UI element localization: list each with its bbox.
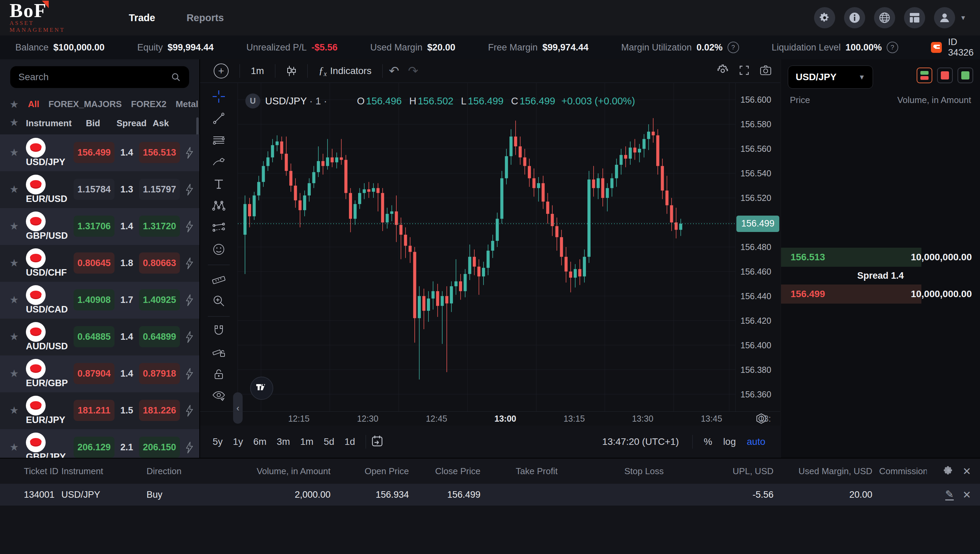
column-spread[interactable]: Spread: [116, 118, 146, 129]
positions-column-take-profit[interactable]: Take Profit: [484, 466, 590, 477]
ask-button[interactable]: 1.40925: [139, 289, 180, 310]
quick-trade-icon[interactable]: [185, 147, 194, 160]
snapshot-button[interactable]: [760, 65, 772, 77]
positions-column-direction[interactable]: Direction: [143, 466, 221, 477]
quick-trade-icon[interactable]: [185, 441, 194, 455]
watchlist-row-eur-usd[interactable]: ★EUR/USD1.157841.31.15797: [0, 171, 199, 208]
star-icon[interactable]: ★: [10, 221, 19, 231]
bid-button[interactable]: 0.80645: [73, 252, 115, 274]
star-icon[interactable]: ★: [10, 369, 19, 378]
scale-auto-button[interactable]: auto: [741, 436, 771, 447]
close-panel-button[interactable]: ✕: [963, 465, 971, 477]
tool-parallel-channel-button[interactable]: [208, 218, 230, 238]
bid-row[interactable]: 156.499 10,000,000.00: [781, 284, 980, 303]
scale-%-button[interactable]: %: [698, 436, 718, 447]
positions-settings-button[interactable]: [943, 465, 954, 477]
quick-trade-icon[interactable]: [185, 368, 194, 382]
star-icon[interactable]: ★: [10, 258, 19, 268]
tool-ruler-button[interactable]: [208, 270, 230, 290]
quick-trade-icon[interactable]: [185, 220, 194, 234]
tool-magnet-button[interactable]: [208, 321, 230, 341]
watchlist-tab-forex2[interactable]: FOREX2: [131, 99, 166, 110]
tool-horizontal-lines-button[interactable]: [208, 131, 230, 151]
positions-column-close-price[interactable]: Close Price: [412, 466, 484, 477]
column-ask[interactable]: Ask: [153, 118, 169, 129]
range-1y-button[interactable]: 1y: [228, 436, 248, 447]
tool-text-button[interactable]: [208, 175, 230, 195]
watchlist-row-usd-chf[interactable]: ★USD/CHF0.806451.80.80663: [0, 245, 199, 282]
tool-eye-button[interactable]: [208, 387, 230, 407]
chart-canvas[interactable]: U USD/JPY · 1 · O156.496 H156.502 L156.4…: [237, 83, 736, 411]
ask-button[interactable]: 0.80663: [139, 252, 180, 274]
watchlist-tab-forex_majors[interactable]: FOREX_MAJORS: [48, 99, 122, 110]
watchlist-tab-metal[interactable]: Metal: [175, 99, 198, 110]
search-input[interactable]: Search: [10, 66, 189, 88]
positions-column-upl-usd[interactable]: UPL, USD: [698, 466, 777, 477]
scale-log-button[interactable]: log: [718, 436, 741, 447]
bid-button[interactable]: 181.211: [73, 400, 115, 421]
ask-row[interactable]: 156.513 10,000,000.00: [781, 247, 980, 267]
positions-column-volume-in-amount[interactable]: Volume, in Amount: [221, 466, 334, 477]
tradingview-logo[interactable]: [250, 377, 273, 400]
bid-button[interactable]: 156.499: [73, 142, 115, 163]
view-split-button[interactable]: [916, 67, 932, 83]
redo-button[interactable]: ↷: [408, 64, 418, 78]
chart-type-button[interactable]: [282, 65, 301, 77]
column-bid[interactable]: Bid: [86, 118, 100, 129]
watchlist-row-usd-jpy[interactable]: ★USD/JPY156.4991.4156.513: [0, 134, 199, 171]
positions-column-ticket-id[interactable]: Ticket ID: [0, 466, 58, 477]
bid-button[interactable]: 0.64885: [73, 326, 115, 347]
tool-crosshair-button[interactable]: [208, 87, 230, 107]
view-sell-button[interactable]: [937, 67, 953, 83]
positions-column-instrument[interactable]: Instrument: [58, 466, 143, 477]
position-row[interactable]: 134001USD/JPYBuy2,000.00156.934156.499-5…: [0, 484, 980, 506]
watchlist-tab-all[interactable]: All: [28, 99, 39, 110]
star-icon[interactable]: ★: [10, 117, 19, 128]
time-axis[interactable]: 12:1512:3012:4513:0013:1513:3013:4513:: [200, 411, 780, 426]
indicators-button[interactable]: ƒx Indicators: [314, 64, 376, 78]
bid-button[interactable]: 206.129: [73, 437, 115, 458]
star-icon[interactable]: ★: [10, 147, 19, 158]
star-icon[interactable]: ★: [10, 442, 19, 452]
layout-button[interactable]: [904, 7, 925, 28]
view-buy-button[interactable]: [958, 67, 973, 83]
go-to-date-button[interactable]: [371, 435, 383, 449]
favorites-star-icon[interactable]: ★: [10, 99, 19, 110]
chart-clock[interactable]: 13:47:20 (UTC+1): [602, 436, 679, 447]
tool-brush-button[interactable]: [208, 153, 230, 172]
positions-column-commission[interactable]: Commission: [876, 466, 927, 477]
edit-position-button[interactable]: ✎: [945, 489, 954, 500]
positions-column-stop-loss[interactable]: Stop Loss: [590, 466, 698, 477]
watchlist-row-aud-usd[interactable]: ★AUD/USD0.648851.40.64899: [0, 319, 199, 356]
bid-button[interactable]: 1.31706: [73, 216, 115, 237]
column-instrument[interactable]: Instrument: [26, 118, 72, 129]
quick-trade-icon[interactable]: [185, 331, 194, 345]
bid-button[interactable]: 1.40908: [73, 289, 115, 310]
add-symbol-button[interactable]: +: [209, 64, 234, 78]
tool-xabcd-pattern-button[interactable]: [208, 196, 230, 216]
watchlist-row-gbp-usd[interactable]: ★GBP/USD1.317061.41.31720: [0, 208, 199, 245]
range-1d-button[interactable]: 1d: [339, 436, 360, 447]
star-icon[interactable]: ★: [10, 295, 19, 305]
price-axis[interactable]: 156.499 156.600156.580156.560156.540156.…: [735, 83, 781, 411]
interval-button[interactable]: 1m: [246, 65, 269, 77]
undo-button[interactable]: ↶: [389, 64, 399, 78]
range-5y-button[interactable]: 5y: [207, 436, 228, 447]
tool-trend-line-button[interactable]: [208, 109, 230, 129]
positions-column-open-price[interactable]: Open Price: [334, 466, 412, 477]
positions-column-used-margin-usd[interactable]: Used Margin, USD: [777, 466, 876, 477]
range-5d-button[interactable]: 5d: [318, 436, 339, 447]
star-icon[interactable]: ★: [10, 405, 19, 415]
settings-button[interactable]: [814, 7, 835, 28]
ask-button[interactable]: 1.15797: [139, 179, 180, 200]
chart-settings-button[interactable]: [717, 64, 729, 77]
range-6m-button[interactable]: 6m: [248, 436, 272, 447]
watchlist-row-eur-jpy[interactable]: ★EUR/JPY181.2111.5181.226: [0, 392, 199, 429]
tool-drawing-lock-button[interactable]: [208, 343, 230, 363]
account-button[interactable]: [934, 7, 955, 28]
watchlist-row-gbp-jpy[interactable]: ★GBP/JPY206.1292.1206.150: [0, 429, 199, 458]
tool-lock-button[interactable]: [208, 365, 230, 385]
watchlist-row-usd-cad[interactable]: ★USD/CAD1.409081.71.40925: [0, 282, 199, 319]
ask-button[interactable]: 0.87918: [139, 363, 180, 384]
quick-trade-icon[interactable]: [185, 257, 194, 271]
